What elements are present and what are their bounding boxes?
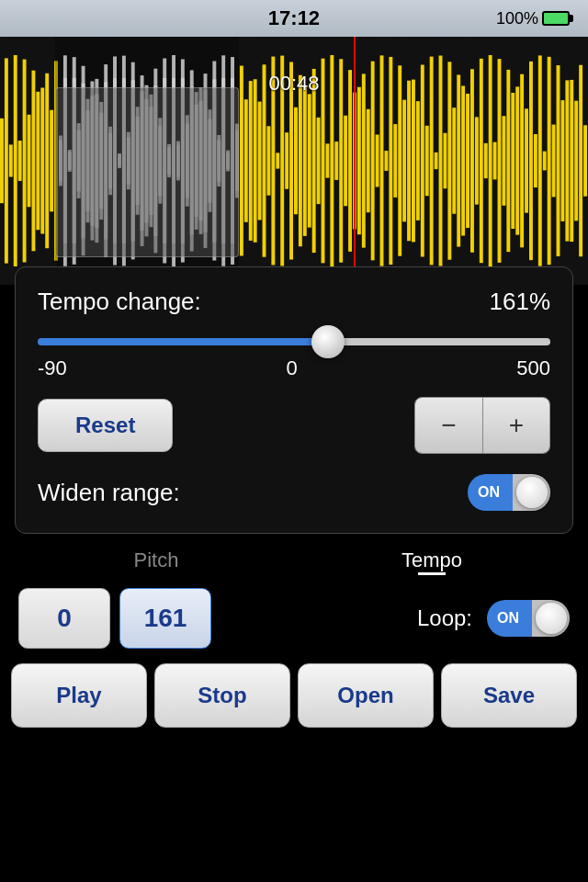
slider-min: -90 [38, 356, 67, 380]
playhead-line [354, 37, 356, 285]
action-buttons: Play Stop Open Save [0, 656, 588, 735]
stepper: − + [414, 397, 550, 454]
time-display: 00:48 [268, 72, 319, 96]
panel-header: Tempo change: 161% [38, 288, 550, 316]
pitch-tab-indicator [142, 572, 170, 575]
slider-mid: 0 [286, 356, 297, 380]
battery-icon [542, 11, 570, 26]
loop-toggle-knob [536, 603, 567, 634]
slider-labels: -90 0 500 [38, 356, 550, 380]
loop-toggle[interactable]: ON [487, 600, 570, 637]
widen-range-toggle[interactable]: ON [468, 474, 550, 511]
stepper-plus-button[interactable]: + [483, 398, 549, 453]
play-button[interactable]: Play [11, 663, 147, 728]
pitch-tempo-row: 0 161 Loop: ON [0, 582, 588, 656]
slider-container: -90 0 500 [38, 333, 550, 380]
stepper-minus-button[interactable]: − [415, 398, 482, 453]
loop-region[interactable] [55, 87, 239, 257]
pitch-value-box[interactable]: 0 [18, 588, 110, 649]
bottom-tabs: Pitch Tempo [0, 534, 588, 582]
tab-tempo[interactable]: Tempo [294, 541, 570, 582]
tempo-change-value: 161% [490, 288, 551, 316]
tempo-panel: Tempo change: 161% -90 0 500 Reset − + W… [15, 266, 573, 534]
loop-label: Loop: [417, 605, 472, 631]
slider-max: 500 [516, 356, 550, 380]
controls-row: Reset − + [38, 397, 550, 454]
toggle-knob [516, 477, 548, 508]
tempo-tab-indicator [418, 572, 446, 575]
reset-button[interactable]: Reset [38, 399, 173, 452]
open-button[interactable]: Open [298, 663, 434, 728]
tempo-change-label: Tempo change: [38, 288, 201, 316]
stop-button[interactable]: Stop [154, 663, 290, 728]
save-button[interactable]: Save [441, 663, 577, 728]
status-battery: 100% [496, 9, 570, 28]
tab-pitch[interactable]: Pitch [18, 541, 294, 582]
loop-row: Loop: ON [220, 600, 570, 637]
status-time: 17:12 [92, 6, 496, 30]
waveform-area[interactable]: 00:48 [0, 37, 588, 285]
widen-row: Widen range: ON [38, 474, 550, 511]
tempo-value-box[interactable]: 161 [119, 588, 211, 649]
widen-range-label: Widen range: [38, 479, 180, 507]
tempo-slider[interactable] [38, 338, 550, 345]
status-bar: 17:12 100% [0, 0, 588, 37]
